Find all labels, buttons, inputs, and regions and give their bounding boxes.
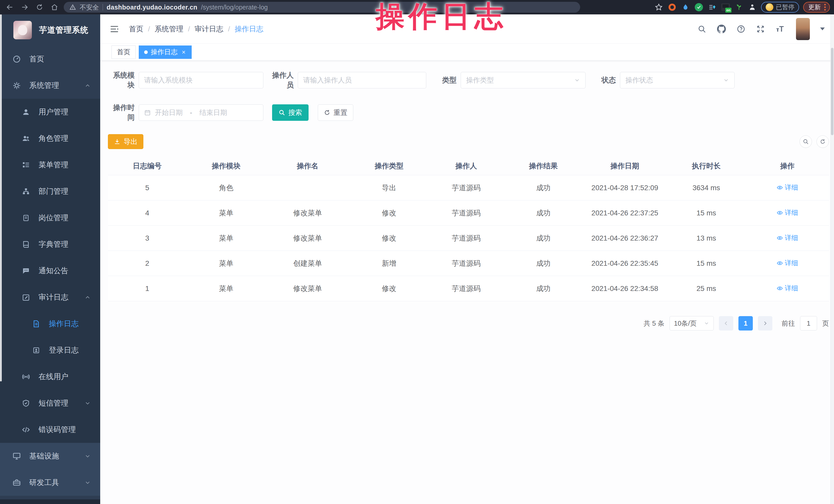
breadcrumb-home[interactable]: 首页 [129,24,144,34]
sidebar-scrollbar[interactable] [0,15,2,381]
sidebar-item-notices[interactable]: 通知公告 [0,258,100,284]
sidebar-item-departments[interactable]: 部门管理 [0,178,100,204]
export-button[interactable]: 导出 [108,134,144,149]
reset-button[interactable]: 重置 [318,104,353,121]
sidebar-item-audit-log[interactable]: 审计日志 [0,284,100,310]
breadcrumb-current[interactable]: 操作日志 [235,24,263,34]
page-scrollbar-thumb[interactable] [831,48,833,135]
menu-tree-icon [21,160,31,170]
security-warning-icon [69,4,76,10]
calendar-icon [144,109,151,116]
bookmark-star-icon[interactable] [654,3,663,12]
browser-menu-icon[interactable] [824,4,826,10]
org-tree-icon [21,187,31,196]
table-toolbar: 导出 [108,134,829,149]
code-icon [21,425,31,435]
extension-leaf-icon[interactable] [734,3,744,12]
tab-close-icon[interactable] [181,50,186,55]
detail-link[interactable]: 详细 [777,183,798,192]
table-row: 4 菜单 修改菜单 修改 芋道源码 成功 2021-04-26 22:37:25… [108,200,829,226]
shield-check-icon [21,398,31,408]
extension-blue-drop-icon[interactable] [681,3,690,12]
type-select[interactable]: 操作类型 [461,72,586,88]
sidebar-item-operate-log[interactable]: 操作日志 [0,310,100,337]
user-avatar[interactable] [796,18,810,40]
detail-link[interactable]: 详细 [777,233,798,242]
sidebar-item-roles[interactable]: 角色管理 [0,125,100,152]
help-icon[interactable] [736,24,746,34]
sidebar-item-dev-tools[interactable]: 研发工具 [0,469,100,496]
sidebar-item-login-log[interactable]: 登录日志 [0,337,100,364]
browser-back-icon[interactable] [4,2,16,13]
next-page-button[interactable] [758,316,772,330]
browser-reload-icon[interactable] [34,2,45,13]
eye-icon [777,260,783,266]
font-size-icon[interactable] [775,24,785,34]
sidebar-item-posts[interactable]: 岗位管理 [0,204,100,231]
profile-paused-chip[interactable]: 已暂停 [761,2,799,13]
paused-label: 已暂停 [776,3,794,11]
chevron-up-icon [84,294,91,301]
status-select[interactable]: 操作状态 [620,72,734,88]
operate-log-icon [31,319,41,329]
sidebar-item-menus[interactable]: 菜单管理 [0,152,100,178]
sidebar-item-dictionary[interactable]: 字典管理 [0,231,100,258]
app-title: 芋道管理系统 [39,25,88,36]
app-logo-row[interactable]: 芋道管理系统 [0,15,100,46]
dashboard-icon [12,54,22,64]
time-label: 操作时间 [108,103,139,122]
avatar-caret-icon[interactable] [820,27,825,30]
chevron-down-icon [723,77,729,83]
book-icon [21,240,31,249]
detail-link[interactable]: 详细 [777,208,798,217]
prev-page-button[interactable] [719,316,733,330]
extension-gem-icon[interactable] [708,3,717,12]
sidebar-item-system[interactable]: 系统管理 [0,72,100,99]
module-input[interactable] [139,72,263,88]
sidebar-item-online-users[interactable]: 在线用户 [0,364,100,390]
refresh-table-button[interactable] [816,135,829,148]
update-chip[interactable]: 更新 [803,2,830,13]
detail-link[interactable]: 详细 [777,259,798,267]
table-header-row: 日志编号 操作模块 操作名 操作类型 操作人 操作结果 操作日期 执行时长 操作 [108,157,829,175]
date-range-picker[interactable]: 开始日期 - 结束日期 [139,104,263,121]
sidebar-item-home[interactable]: 首页 [0,46,100,72]
eye-icon [777,184,783,191]
breadcrumb-system[interactable]: 系统管理 [155,24,183,34]
extension-green-check-icon[interactable] [694,3,703,12]
tab-operate-log[interactable]: 操作日志 [139,45,192,59]
goto-label: 前往 [782,319,795,328]
tag-view-bar: 首页 操作日志 [100,44,834,61]
page-unit-label: 页 [822,319,829,328]
breadcrumb-audit-log[interactable]: 审计日志 [195,24,223,34]
sidebar-item-error-codes[interactable]: 错误码管理 [0,416,100,443]
url-path: /system/log/operate-log [201,4,268,11]
detail-link[interactable]: 详细 [777,284,798,293]
github-icon[interactable] [716,24,727,34]
goto-page-input[interactable] [800,316,817,330]
type-label: 类型 [430,75,461,85]
badge-icon [21,213,31,223]
hamburger-icon[interactable] [109,24,119,34]
browser-home-icon[interactable] [49,2,60,13]
sidebar-item-infrastructure[interactable]: 基础设施 [0,443,100,469]
tab-home[interactable]: 首页 [111,45,136,59]
extension-puzzle-icon[interactable] [748,3,757,12]
end-date-placeholder: 结束日期 [199,108,227,117]
page-size-select[interactable]: 10条/页 [670,316,714,330]
extension-on-badge-icon[interactable]: on [721,3,730,12]
operator-input[interactable] [298,72,426,88]
fullscreen-icon[interactable] [755,24,766,34]
header-search-icon[interactable] [697,24,707,34]
page-scrollbar[interactable] [830,15,834,504]
search-button[interactable]: 搜索 [272,104,309,121]
current-page-button[interactable]: 1 [739,316,753,330]
table-row: 2 菜单 创建菜单 新增 芋道源码 成功 2021-04-26 22:35:45… [108,251,829,276]
extension-orange-ring-icon[interactable] [667,3,677,12]
sidebar-item-sms[interactable]: 短信管理 [0,390,100,416]
sidebar-item-users[interactable]: 用户管理 [0,99,100,125]
browser-forward-icon[interactable] [19,2,30,13]
toggle-search-button[interactable] [799,135,812,148]
login-log-icon [31,346,41,355]
update-label: 更新 [808,3,821,11]
